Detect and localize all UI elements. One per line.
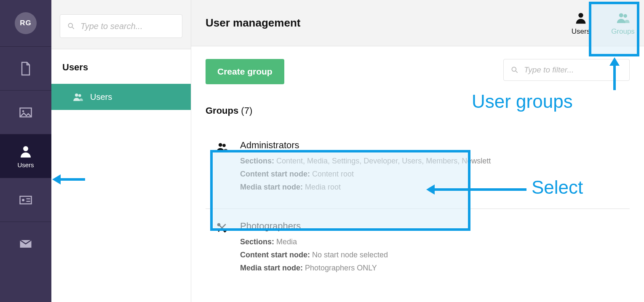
tab-groups-label: Groups — [611, 27, 635, 36]
create-group-button[interactable]: Create group — [206, 59, 284, 84]
groups-heading-label: Groups — [206, 105, 238, 116]
nav-rail: RG Users — [0, 0, 51, 302]
rail-item-members[interactable] — [0, 178, 51, 222]
tab-users[interactable]: Users — [560, 0, 602, 46]
svg-point-14 — [623, 14, 627, 18]
users-group-icon — [616, 11, 630, 25]
search-box[interactable] — [60, 14, 182, 38]
picture-icon — [18, 105, 33, 120]
groups-heading: Groups (7) — [206, 105, 630, 116]
envelope-icon — [18, 236, 33, 251]
svg-point-1 — [22, 110, 24, 112]
rail-item-media[interactable] — [0, 90, 51, 134]
svg-point-2 — [23, 146, 28, 151]
avatar[interactable]: RG — [15, 12, 37, 34]
svg-point-17 — [219, 143, 222, 147]
svg-point-12 — [578, 13, 583, 17]
rail-item-content[interactable] — [0, 46, 51, 90]
svg-point-13 — [619, 13, 623, 17]
search-icon — [510, 66, 519, 74]
avatar-wrap: RG — [0, 0, 51, 46]
card-icon — [18, 192, 33, 208]
users-group-icon — [216, 141, 228, 153]
document-icon — [18, 61, 33, 76]
tab-groups[interactable]: Groups — [602, 0, 644, 46]
rail-item-mail[interactable] — [0, 222, 51, 265]
group-name: Photographers — [240, 221, 388, 232]
svg-point-18 — [222, 144, 226, 147]
svg-point-19 — [217, 223, 221, 227]
rail-item-users[interactable]: Users — [0, 134, 51, 178]
svg-point-10 — [75, 94, 78, 97]
svg-point-11 — [78, 94, 81, 97]
users-group-icon — [72, 91, 83, 102]
tab-users-label: Users — [572, 27, 590, 36]
svg-rect-3 — [20, 196, 32, 204]
group-card-photographers[interactable]: Photographers Sections: Media Content st… — [206, 209, 630, 289]
tree-item-users[interactable]: Users — [51, 84, 191, 110]
user-icon — [574, 11, 588, 25]
rail-users-label: Users — [17, 161, 34, 168]
svg-line-16 — [516, 71, 518, 73]
tree-item-label: Users — [90, 92, 112, 102]
search-icon — [67, 22, 75, 30]
group-name: Administrators — [240, 140, 491, 151]
groups-count: (7) — [241, 105, 252, 116]
tools-icon — [216, 222, 228, 234]
tree-heading: Users — [62, 62, 180, 73]
group-card-administrators[interactable]: Administrators Sections: Content, Media,… — [206, 128, 630, 209]
svg-line-9 — [72, 27, 74, 29]
search-input[interactable] — [80, 21, 188, 32]
svg-point-15 — [512, 67, 516, 71]
filter-box[interactable] — [503, 59, 630, 81]
user-icon — [18, 144, 33, 159]
page-title: User management — [206, 16, 300, 29]
svg-point-8 — [68, 23, 72, 27]
svg-point-4 — [22, 199, 24, 201]
tree-panel: Users Users — [51, 0, 191, 302]
filter-input[interactable] — [523, 65, 625, 75]
main-header: User management Users Groups — [191, 0, 644, 46]
